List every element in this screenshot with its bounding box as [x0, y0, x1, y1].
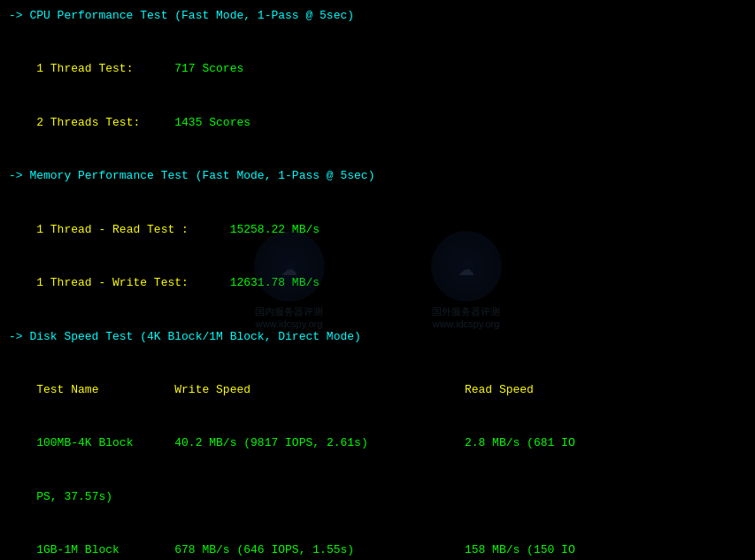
disk-col-read: Read Speed	[465, 383, 534, 396]
thread2-line: 2 Threads Test: 1435 Scores	[9, 96, 746, 150]
disk-100mb-cont: PS, 37.57s)	[9, 471, 746, 524]
terminal-window: ☁ 国内服务器评测 www.idcspy.org ☁ 国外服务器评测 www.i…	[0, 0, 755, 560]
disk-col-write: Write Speed	[174, 383, 465, 396]
mem-read-label: 1 Thread - Read Test :	[36, 223, 229, 236]
disk-1gb-read: 158 MB/s (150 IO	[465, 543, 575, 556]
thread1-score: 717 Scores	[174, 62, 243, 75]
mem-write-label: 1 Thread - Write Test:	[36, 276, 229, 289]
thread2-label: 2 Threads Test:	[36, 116, 174, 129]
disk-100mb-read: 2.8 MB/s (681 IO	[465, 436, 575, 449]
disk-100mb-name: 100MB-4K Block	[36, 436, 174, 449]
empty-5	[9, 346, 746, 364]
disk-col-header: Test Name Write Speed Read Speed	[9, 364, 746, 417]
thread2-score: 1435 Scores	[174, 116, 250, 129]
disk-header: -> Disk Speed Test (4K Block/1M Block, D…	[9, 328, 746, 346]
cpu-header: -> CPU Performance Test (Fast Mode, 1-Pa…	[9, 7, 746, 25]
empty-4	[9, 310, 746, 327]
disk-1gb-name: 1GB-1M Block	[36, 543, 174, 556]
thread1-label: 1 Thread Test:	[36, 62, 174, 75]
empty-2	[9, 150, 746, 167]
disk-100mb-cont-text: PS, 37.57s)	[36, 490, 112, 503]
disk-1gb-write: 678 MB/s (646 IOPS, 1.55s)	[174, 543, 465, 556]
mem-write-line: 1 Thread - Write Test: 12631.78 MB/s	[9, 257, 746, 310]
thread1-line: 1 Thread Test: 717 Scores	[9, 42, 746, 96]
empty-1	[9, 25, 746, 42]
disk-col-name: Test Name	[36, 383, 174, 396]
mem-header: -> Memory Performance Test (Fast Mode, 1…	[9, 167, 746, 185]
disk-100mb-write: 40.2 MB/s (9817 IOPS, 2.61s)	[174, 436, 465, 449]
mem-read-line: 1 Thread - Read Test : 15258.22 MB/s	[9, 203, 746, 257]
mem-read-value: 15258.22 MB/s	[230, 223, 320, 236]
mem-write-value: 12631.78 MB/s	[230, 276, 320, 289]
empty-3	[9, 185, 746, 203]
disk-1gb-row: 1GB-1M Block 678 MB/s (646 IOPS, 1.55s) …	[9, 524, 746, 560]
disk-100mb-row: 100MB-4K Block 40.2 MB/s (9817 IOPS, 2.6…	[9, 417, 746, 470]
